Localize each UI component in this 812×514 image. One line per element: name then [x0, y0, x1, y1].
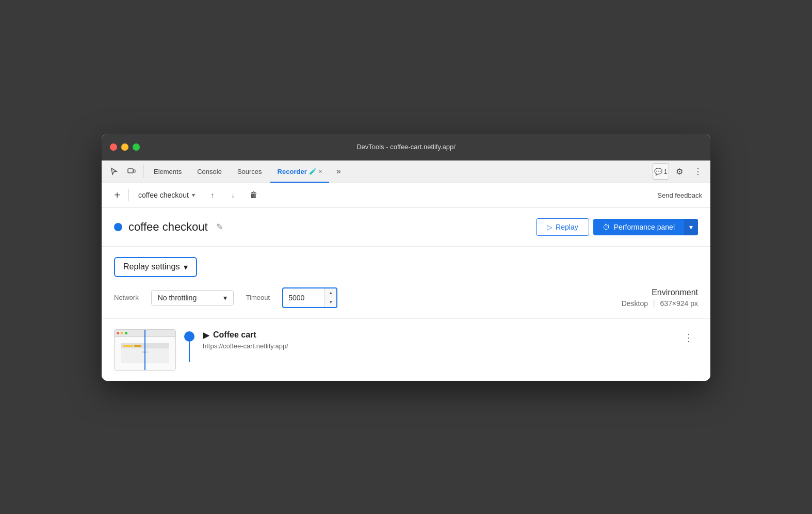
export-icon: ↑ [210, 191, 214, 199]
step-title: ▶ Coffee cart [203, 330, 671, 340]
network-label: Network [114, 294, 139, 301]
more-options-icon: ⋮ [694, 167, 702, 176]
traffic-lights [110, 143, 140, 151]
edit-pencil-icon: ✎ [216, 222, 223, 232]
window-title: DevTools - coffee-cart.netlify.app/ [356, 143, 456, 151]
main-content: coffee checkout ✎ ▷ Replay ⏱ Performance… [102, 208, 710, 381]
replay-settings-toggle-btn[interactable]: Replay settings ▾ [114, 257, 197, 277]
export-btn[interactable]: ↑ [204, 187, 221, 203]
recording-header: coffee checkout ✎ ▷ Replay ⏱ Performance… [102, 208, 710, 247]
dropdown-arrow-icon: ▾ [192, 191, 195, 199]
maximize-traffic-light[interactable] [133, 143, 140, 151]
comments-badge-btn[interactable]: 💬 1 [653, 163, 669, 180]
replay-settings-chevron-icon: ▾ [184, 262, 188, 272]
steps-section: cart.it ▶ Coffee cart [102, 319, 710, 381]
elements-tab-label: Elements [154, 168, 182, 175]
recorder-toolbar: + coffee checkout ▾ ↑ ↓ 🗑 Send feedback [102, 183, 710, 208]
tab-sources[interactable]: Sources [230, 160, 269, 183]
step-item: cart.it ▶ Coffee cart [114, 329, 698, 371]
recorder-toolbar-divider [128, 189, 129, 201]
replay-btn-label: Replay [556, 223, 578, 231]
step-url: https://coffee-cart.netlify.app/ [203, 342, 671, 350]
replay-settings-section: Replay settings ▾ Network No throttling … [102, 247, 710, 319]
close-traffic-light[interactable] [110, 143, 117, 151]
recording-name: coffee checkout [138, 191, 189, 199]
replay-settings-label: Replay settings [123, 262, 180, 271]
step-circle [184, 331, 194, 342]
send-feedback-link[interactable]: Send feedback [657, 191, 702, 199]
performance-panel-btn-group: ⏱ Performance panel ▾ [593, 219, 698, 235]
thumb-red-dot [117, 332, 119, 334]
performance-panel-label: Performance panel [614, 223, 675, 231]
tab-recorder[interactable]: Recorder 🧪 × [270, 160, 330, 183]
delete-btn[interactable]: 🗑 [246, 187, 262, 203]
trash-icon: 🗑 [250, 190, 258, 200]
timeout-input-wrapper: ▲ ▼ [282, 287, 337, 308]
close-tab-icon[interactable]: × [319, 168, 322, 174]
step-title-text: Coffee cart [213, 330, 256, 340]
badge-count: 1 [663, 168, 667, 175]
environment-title: Environment [622, 288, 698, 297]
environment-section: Environment Desktop | 637×924 px [622, 288, 698, 308]
recording-selector-btn[interactable]: coffee checkout ▾ [133, 189, 200, 201]
more-tabs-btn[interactable]: » [330, 163, 347, 180]
replay-settings-row: Network No throttling ▾ Timeout ▲ ▼ Envi… [114, 287, 698, 308]
timeout-input[interactable] [283, 291, 324, 305]
recording-title: coffee checkout [128, 220, 208, 234]
import-btn[interactable]: ↓ [225, 187, 241, 203]
chat-icon: 💬 [654, 168, 662, 175]
main-toolbar: Elements Console Sources Recorder 🧪 × » … [102, 160, 710, 183]
environment-size: 637×924 px [660, 299, 698, 308]
gear-icon: ⚙ [676, 167, 683, 176]
play-icon: ▷ [547, 223, 553, 231]
flask-icon: 🧪 [309, 168, 317, 175]
environment-detail: Desktop | 637×924 px [622, 299, 698, 308]
step-more-options-btn[interactable]: ⋮ [679, 329, 698, 346]
step-info: ▶ Coffee cart https://coffee-cart.netlif… [203, 329, 671, 350]
step-thumbnail: cart.it [114, 329, 176, 371]
step-vertical-line [189, 342, 190, 362]
device-toggle-btn[interactable] [123, 163, 140, 180]
performance-panel-main-btn[interactable]: ⏱ Performance panel [593, 219, 684, 235]
step-expand-icon[interactable]: ▶ [203, 330, 209, 340]
edit-title-btn[interactable]: ✎ [214, 220, 225, 234]
tab-console[interactable]: Console [190, 160, 229, 183]
thumb-green-dot [125, 332, 127, 334]
import-icon: ↓ [231, 191, 235, 199]
environment-device: Desktop [622, 299, 648, 308]
add-icon: + [114, 189, 120, 201]
timeout-spinners: ▲ ▼ [324, 288, 336, 307]
devtools-window: DevTools - coffee-cart.netlify.app/ Elem… [102, 134, 710, 381]
header-actions: ▷ Replay ⏱ Performance panel ▾ [536, 218, 698, 236]
step-thumbnail-line [144, 330, 145, 370]
recorder-tab-label: Recorder [278, 168, 307, 175]
no-throttling-value: No throttling [158, 294, 197, 302]
sources-tab-label: Sources [237, 168, 262, 175]
svg-rect-0 [128, 169, 133, 173]
cursor-icon-btn[interactable] [106, 163, 122, 180]
timeout-decrement-btn[interactable]: ▼ [325, 298, 336, 307]
tab-elements[interactable]: Elements [147, 160, 189, 183]
more-options-btn[interactable]: ⋮ [690, 163, 706, 180]
performance-panel-dropdown-btn[interactable]: ▾ [684, 219, 698, 235]
network-throttling-select[interactable]: No throttling ▾ [151, 290, 234, 306]
step-connector [184, 329, 194, 362]
timeout-increment-btn[interactable]: ▲ [325, 288, 336, 298]
recording-dot [114, 223, 122, 231]
thumb-yellow-dot [121, 332, 123, 334]
more-tabs-icon: » [336, 167, 341, 176]
console-tab-label: Console [197, 168, 222, 175]
add-recording-btn[interactable]: + [110, 188, 124, 202]
perf-dropdown-arrow-icon: ▾ [689, 223, 693, 231]
settings-btn[interactable]: ⚙ [671, 163, 688, 180]
svg-rect-1 [134, 170, 135, 172]
environment-divider: | [653, 299, 655, 308]
toolbar-right-actions: 💬 1 ⚙ ⋮ [653, 163, 706, 180]
perf-icon: ⏱ [603, 223, 610, 231]
toolbar-divider-1 [143, 165, 143, 178]
timeout-label: Timeout [246, 294, 270, 301]
network-select-arrow-icon: ▾ [223, 294, 227, 302]
replay-btn[interactable]: ▷ Replay [536, 218, 589, 236]
titlebar: DevTools - coffee-cart.netlify.app/ [102, 134, 710, 160]
minimize-traffic-light[interactable] [121, 143, 128, 151]
